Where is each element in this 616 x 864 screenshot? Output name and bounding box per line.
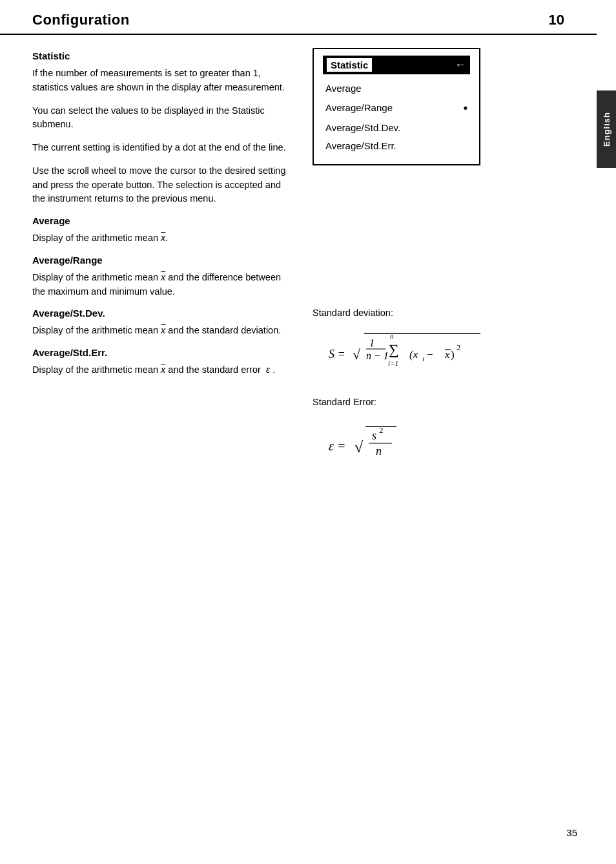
- formula-section-stdev: Standard deviation: S = √ 1 n: [313, 308, 564, 377]
- device-mockup: Statistic ← Average Average/Range • Aver…: [313, 48, 480, 165]
- device-title: Statistic: [327, 58, 372, 72]
- svg-text:): ): [451, 348, 455, 361]
- page-wrapper: English Configuration 10 Statistic If th…: [0, 0, 616, 864]
- menu-item-average-range: Average/Range •: [323, 98, 470, 119]
- section-average-range: Average/Range Display of the arithmetic …: [32, 255, 293, 299]
- body-average-stdev: Display of the arithmetic mean x and the…: [32, 324, 293, 338]
- body-statistic-p4: Use the scroll wheel to move the cursor …: [32, 164, 293, 206]
- section-average-stderr: Average/Std.Err. Display of the arithmet…: [32, 347, 293, 377]
- svg-text:ε =: ε =: [329, 439, 345, 453]
- svg-text:2: 2: [379, 425, 384, 435]
- heading-average: Average: [32, 215, 293, 226]
- body-average-stderr: Display of the arithmetic mean x and the…: [32, 363, 293, 377]
- menu-item-average-stderr: Average/Std.Err.: [323, 137, 470, 155]
- device-arrow: ←: [455, 58, 466, 72]
- svg-text:1: 1: [369, 337, 375, 348]
- body-statistic-p2: You can select the values to be displaye…: [32, 104, 293, 132]
- stderr-formula-svg: ε = √ s 2 n: [325, 415, 409, 473]
- formula-stdev-label: Standard deviation:: [313, 308, 564, 318]
- side-tab: English: [597, 90, 616, 168]
- stdev-formula-svg: S = √ 1 n − 1 n ∑ i=1: [325, 326, 493, 377]
- menu-item-average: Average: [323, 79, 470, 98]
- body-statistic-p1: If the number of measurements is set to …: [32, 67, 293, 95]
- side-tab-label: English: [602, 112, 611, 147]
- device-menu: Average Average/Range • Average/Std.Dev.…: [323, 79, 470, 155]
- right-column: Statistic ← Average Average/Range • Aver…: [306, 48, 564, 486]
- svg-text:S =: S =: [329, 348, 345, 361]
- svg-text:x: x: [444, 348, 450, 361]
- svg-text:(x: (x: [409, 348, 418, 361]
- section-statistic: Statistic If the number of measurements …: [32, 50, 293, 206]
- body-average: Display of the arithmetic mean x.: [32, 231, 293, 246]
- heading-average-stderr: Average/Std.Err.: [32, 347, 293, 358]
- formula-stderr: ε = √ s 2 n: [325, 415, 564, 473]
- body-statistic-p3: The current setting is identified by a d…: [32, 141, 293, 155]
- svg-text:n: n: [376, 445, 382, 458]
- heading-average-range: Average/Range: [32, 255, 293, 266]
- left-column: Statistic If the number of measurements …: [32, 48, 293, 486]
- svg-text:i=1: i=1: [388, 359, 398, 367]
- svg-text:2: 2: [457, 342, 461, 352]
- svg-text:−: −: [427, 348, 433, 361]
- svg-text:s: s: [372, 429, 376, 442]
- page-number-bottom: 35: [566, 827, 577, 838]
- heading-average-stdev: Average/St.Dev.: [32, 308, 293, 319]
- svg-text:i: i: [422, 355, 424, 363]
- menu-item-average-stderr-label: Average/Std.Err.: [325, 138, 396, 154]
- heading-statistic: Statistic: [32, 50, 293, 61]
- device-header: Statistic ←: [323, 56, 470, 74]
- svg-text:n − 1: n − 1: [366, 350, 389, 361]
- menu-item-average-range-dot: •: [464, 99, 467, 118]
- formula-stdev: S = √ 1 n − 1 n ∑ i=1: [325, 326, 564, 377]
- main-content: Statistic If the number of measurements …: [0, 35, 597, 499]
- svg-text:√: √: [353, 346, 361, 363]
- header-page-number: 10: [549, 12, 564, 28]
- menu-item-average-stdev: Average/Std.Dev.: [323, 119, 470, 137]
- page-header: Configuration 10: [0, 0, 597, 35]
- formula-stderr-label: Standard Error:: [313, 397, 564, 407]
- section-average-stdev: Average/St.Dev. Display of the arithmeti…: [32, 308, 293, 338]
- body-average-range: Display of the arithmetic mean x and the…: [32, 271, 293, 299]
- menu-item-average-stdev-label: Average/Std.Dev.: [325, 120, 400, 136]
- header-title: Configuration: [32, 12, 130, 28]
- svg-text:∑: ∑: [389, 341, 399, 357]
- svg-text:n: n: [390, 332, 394, 340]
- section-average: Average Display of the arithmetic mean x…: [32, 215, 293, 246]
- menu-item-average-label: Average: [325, 81, 362, 96]
- formula-section-stderr: Standard Error: ε = √ s 2 n: [313, 397, 564, 473]
- svg-text:√: √: [354, 439, 364, 456]
- menu-item-average-range-label: Average/Range: [325, 100, 393, 116]
